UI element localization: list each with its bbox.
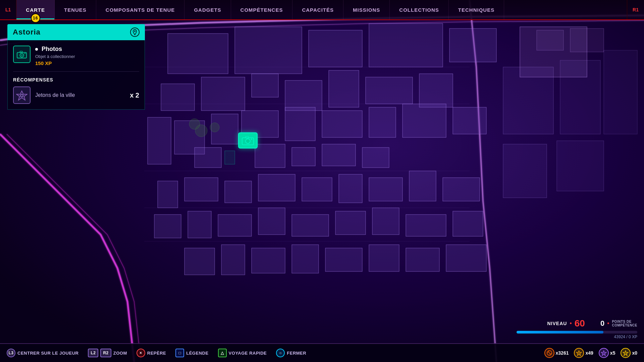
svg-rect-22 <box>195 147 221 168</box>
reward-row: ⬡ Jetons de la ville x 2 <box>13 86 139 104</box>
svg-rect-50 <box>221 245 245 275</box>
svg-rect-24 <box>255 144 285 168</box>
reward-count: x 2 <box>130 92 139 99</box>
city-token-count: x49 <box>585 350 593 356</box>
nav-item-gadgets[interactable]: GADGETS <box>184 0 231 19</box>
svg-rect-39 <box>443 178 480 201</box>
repere-btn[interactable]: × REPÈRE <box>137 349 166 357</box>
nav-item-carte[interactable]: CARTE 16 <box>16 0 55 19</box>
svg-rect-43 <box>258 208 285 235</box>
hud-points-value: 0 <box>600 319 604 328</box>
r1-button[interactable]: R1 <box>627 0 644 19</box>
svg-point-83 <box>251 138 252 140</box>
svg-rect-52 <box>292 245 319 273</box>
location-icon <box>130 27 140 37</box>
resource-web: x3261 <box>544 348 569 358</box>
svg-rect-9 <box>285 80 322 111</box>
svg-rect-26 <box>322 144 356 166</box>
svg-rect-82 <box>246 136 249 138</box>
mission-dot <box>35 48 38 51</box>
svg-rect-7 <box>201 77 245 111</box>
svg-rect-20 <box>402 104 446 137</box>
nav-item-collections[interactable]: COLLECTIONS <box>390 0 449 19</box>
svg-rect-51 <box>252 248 285 273</box>
svg-rect-53 <box>325 248 362 272</box>
svg-rect-5 <box>449 28 496 62</box>
l1-button[interactable]: L1 <box>0 0 16 19</box>
nav-item-tenues[interactable]: TENUES <box>55 0 96 19</box>
circle-key: ○ <box>276 349 285 357</box>
nav-item-competences[interactable]: COMPÉTENCES <box>231 0 293 19</box>
hud-xp-bar-bg <box>517 331 637 334</box>
svg-rect-34 <box>258 174 295 201</box>
mission-name: Photos <box>35 46 75 53</box>
svg-rect-60 <box>503 144 547 198</box>
svg-rect-18 <box>322 111 362 137</box>
square-key: □ <box>175 349 184 357</box>
svg-rect-19 <box>369 107 396 137</box>
nav-item-missions[interactable]: MISSIONS <box>343 0 390 19</box>
l3-key: L3 <box>7 349 15 357</box>
svg-rect-38 <box>409 171 436 201</box>
bottom-bar: L3 CENTRER SUR LE JOUEUR L2 R2 ZOOM × RE… <box>0 343 644 362</box>
svg-rect-40 <box>154 215 181 238</box>
nav-item-techniques[interactable]: TECHNIQUES <box>449 0 504 19</box>
svg-rect-61 <box>557 141 604 191</box>
hud-xp-bar-fill <box>517 331 603 334</box>
resource-city-token: x49 <box>574 348 593 358</box>
svg-text:⬡: ⬡ <box>20 94 23 98</box>
svg-rect-17 <box>285 107 315 141</box>
mission-icon <box>13 46 31 63</box>
mission-info: Photos Objet à collectionner 150 XP <box>35 46 75 66</box>
x-key: × <box>137 349 145 357</box>
svg-point-81 <box>247 140 249 142</box>
svg-point-74 <box>21 54 23 56</box>
legende-btn[interactable]: □ LÉGENDE <box>175 349 208 357</box>
svg-rect-45 <box>335 211 366 235</box>
panel-body: Photos Objet à collectionner 150 XP RÉCO… <box>7 40 145 110</box>
info-panel: Astoria <box>7 24 145 110</box>
svg-marker-86 <box>601 351 606 356</box>
svg-rect-4 <box>369 23 443 67</box>
nav-item-capacites[interactable]: CAPACITÉS <box>292 0 343 19</box>
hud-level-value: 60 <box>575 318 585 329</box>
hud-points-label2: COMPÉTENCE <box>612 323 637 327</box>
svg-rect-27 <box>362 147 389 168</box>
resource-gold-token: x0 <box>621 348 637 358</box>
svg-marker-87 <box>623 351 628 356</box>
svg-rect-37 <box>369 178 402 201</box>
svg-rect-46 <box>372 208 399 235</box>
purple-token-icon <box>599 348 609 358</box>
bottom-resources: x3261 x49 x5 <box>544 348 637 358</box>
fermer-label: FERMER <box>287 351 306 356</box>
rewards-label: RÉCOMPENSES <box>13 77 139 82</box>
svg-rect-13 <box>148 117 171 164</box>
location-title: Astoria <box>13 28 41 37</box>
svg-rect-11 <box>366 77 413 104</box>
svg-rect-21 <box>453 107 486 134</box>
city-token-icon <box>574 348 584 358</box>
hud-xp-text: 43924 / 0 XP <box>517 335 637 339</box>
svg-rect-6 <box>161 84 195 111</box>
svg-rect-10 <box>329 70 359 107</box>
voyage-btn[interactable]: △ VOYAGE RAPIDE <box>218 349 267 357</box>
hud-points-label1: POINTS DE <box>612 320 631 323</box>
nav-item-composants[interactable]: COMPOSANTS DE TENUE <box>96 0 185 19</box>
svg-rect-70 <box>570 28 604 52</box>
hud-bottom-right: NIVEAU • 60 0 • POINTS DE COMPÉTENCE 439… <box>517 318 637 339</box>
svg-rect-12 <box>419 74 453 107</box>
reward-icon: ⬡ <box>13 86 31 104</box>
zoom-btn[interactable]: L2 R2 ZOOM <box>88 349 127 357</box>
fermer-btn[interactable]: ○ FERMER <box>276 349 306 357</box>
svg-rect-47 <box>406 215 446 236</box>
svg-rect-41 <box>188 211 211 238</box>
svg-point-30 <box>189 119 200 129</box>
mission-xp: 150 XP <box>35 60 75 66</box>
camera-map-marker[interactable] <box>238 132 258 148</box>
svg-rect-3 <box>309 30 362 67</box>
svg-point-29 <box>210 123 219 132</box>
svg-rect-32 <box>184 178 218 201</box>
purple-token-count: x5 <box>610 350 615 356</box>
svg-rect-49 <box>184 248 215 275</box>
center-player-btn[interactable]: L3 CENTRER SUR LE JOUEUR <box>7 349 78 357</box>
